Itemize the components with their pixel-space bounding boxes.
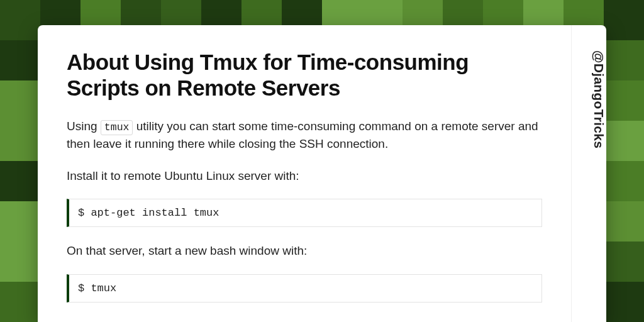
code-block-start: $ tmux bbox=[67, 274, 542, 303]
start-label: On that server, start a new bash window … bbox=[67, 242, 542, 260]
bg-tile bbox=[0, 282, 40, 322]
bg-tile bbox=[604, 161, 644, 201]
bg-tile bbox=[0, 40, 40, 80]
bg-tile bbox=[604, 242, 644, 282]
bg-tile bbox=[0, 201, 40, 242]
bg-tile bbox=[0, 161, 40, 201]
inline-code-tmux: tmux bbox=[101, 120, 133, 135]
sidebar: @DjangoTricks bbox=[571, 25, 606, 322]
article-title: About Using Tmux for Time-consuming Scri… bbox=[67, 49, 542, 101]
intro-text-post: utility you can start some time-consumin… bbox=[67, 119, 538, 151]
bg-tile bbox=[604, 282, 644, 322]
article-card: About Using Tmux for Time-consuming Scri… bbox=[38, 25, 606, 322]
author-handle: @DjangoTricks bbox=[572, 50, 606, 148]
bg-tile bbox=[0, 121, 40, 161]
bg-tile bbox=[0, 80, 40, 121]
article-content: About Using Tmux for Time-consuming Scri… bbox=[38, 25, 571, 322]
install-label: Install it to remote Ubuntu Linux server… bbox=[67, 167, 542, 186]
bg-tile bbox=[604, 121, 644, 161]
bg-tile bbox=[604, 201, 644, 242]
article-intro: Using tmux utility you can start some ti… bbox=[67, 118, 542, 153]
bg-tile bbox=[604, 40, 644, 80]
bg-tile bbox=[604, 80, 644, 121]
bg-tile bbox=[604, 0, 644, 40]
bg-tile bbox=[0, 242, 40, 282]
intro-text-pre: Using bbox=[67, 119, 101, 133]
bg-tile bbox=[0, 0, 40, 40]
code-block-install: $ apt-get install tmux bbox=[67, 199, 542, 227]
